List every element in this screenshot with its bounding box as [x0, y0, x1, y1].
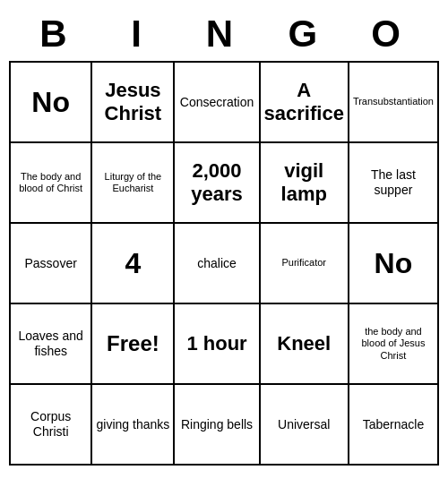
- cell-r0-c1: Jesus Christ: [91, 62, 174, 142]
- cell-r0-c4: Transubstantiation: [349, 62, 438, 142]
- bingo-title: B I N G O: [9, 9, 439, 61]
- cell-r1-c3: vigil lamp: [260, 142, 349, 223]
- cell-r4-c3: Universal: [260, 384, 349, 465]
- cell-r2-c4: No: [349, 223, 438, 303]
- cell-r2-c2: chalice: [174, 223, 259, 303]
- cell-r2-c0: Passover: [10, 223, 91, 303]
- cell-r0-c0: No: [10, 62, 91, 142]
- cell-r3-c1: Free!: [91, 303, 174, 384]
- cell-r1-c0: The body and blood of Christ: [10, 142, 91, 223]
- cell-r1-c1: Liturgy of the Eucharist: [91, 142, 174, 223]
- cell-r0-c3: A sacrifice: [260, 62, 349, 142]
- cell-r2-c1: 4: [91, 223, 174, 303]
- cell-r3-c4: the body and blood of Jesus Christ: [349, 303, 438, 384]
- cell-r3-c0: Loaves and fishes: [10, 303, 91, 384]
- title-n: N: [183, 13, 266, 56]
- title-i: I: [99, 13, 183, 56]
- cell-r4-c2: Ringing bells: [174, 384, 259, 465]
- title-o: O: [349, 13, 432, 56]
- cell-r4-c1: giving thanks: [91, 384, 174, 465]
- title-g: G: [265, 13, 349, 56]
- cell-r0-c2: Consecration: [174, 62, 259, 142]
- cell-r1-c2: 2,000 years: [174, 142, 259, 223]
- title-b: B: [16, 13, 99, 56]
- cell-r3-c3: Kneel: [260, 303, 349, 384]
- cell-r1-c4: The last supper: [349, 142, 438, 223]
- cell-r4-c0: Corpus Christi: [10, 384, 91, 465]
- bingo-grid: NoJesus ChristConsecrationA sacrificeTra…: [9, 61, 439, 466]
- cell-r2-c3: Purificator: [260, 223, 349, 303]
- cell-r4-c4: Tabernacle: [349, 384, 438, 465]
- cell-r3-c2: 1 hour: [174, 303, 259, 384]
